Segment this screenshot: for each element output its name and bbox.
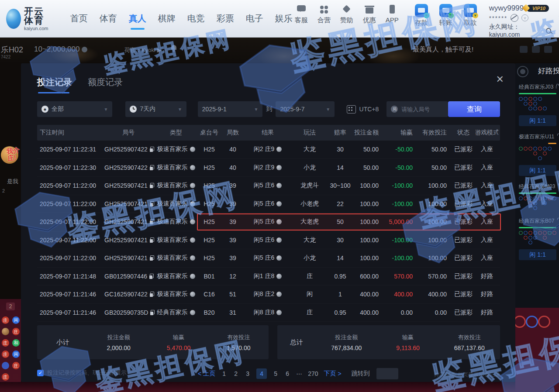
- seat-badge: 庄: [2, 339, 9, 347]
- total-amount-label: 投注金额: [316, 334, 377, 341]
- next-arrow[interactable]: >: [338, 370, 342, 377]
- table-row[interactable]: 2025-09-07 11:22:00GH2525907421极速百家乐H253…: [37, 177, 500, 195]
- menu-item-棋牌[interactable]: 棋牌: [158, 13, 176, 24]
- copy-icon[interactable]: [150, 201, 154, 206]
- range-dropdown[interactable]: 7天内▼: [125, 101, 186, 117]
- table-row[interactable]: 2025-09-07 11:22:00GH2525907421极速百家乐H253…: [37, 213, 500, 231]
- table-row[interactable]: 2025-09-07 11:22:30GH2525907422极速百家乐H254…: [37, 159, 500, 177]
- permanent-domain: 永久网址：kaiyun.com: [489, 23, 545, 38]
- column-header: 输赢: [383, 129, 417, 137]
- column-header: 投注金额: [352, 129, 383, 137]
- quick-link-优惠[interactable]: 优惠: [361, 4, 378, 24]
- road-card[interactable]: 经典百家乐J03闲 1:1: [519, 83, 556, 126]
- quick-link-客服[interactable]: 客服: [293, 4, 310, 24]
- quick-link-赞助[interactable]: 赞助: [338, 4, 355, 24]
- query-button[interactable]: 查询: [448, 101, 500, 117]
- copy-icon[interactable]: [150, 292, 154, 297]
- menu-item-电竞[interactable]: 电竞: [187, 13, 205, 24]
- info-dot-icon: [276, 165, 282, 170]
- last-page-button[interactable]: 270: [308, 370, 318, 377]
- seat-badge: 庄: [12, 362, 20, 369]
- menu-item-真人[interactable]: 真人: [129, 13, 146, 24]
- page-button-3[interactable]: 3: [245, 370, 251, 377]
- wallet-link-取款[interactable]: ¥取款: [461, 4, 480, 27]
- table-row[interactable]: 2025-09-07 11:21:46GC1625907422极速百家乐C165…: [37, 285, 500, 304]
- menu-item-电子[interactable]: 电子: [246, 13, 263, 24]
- copy-icon[interactable]: [150, 219, 154, 224]
- page-numbers: 123456: [221, 368, 290, 379]
- prev-arrow[interactable]: <: [198, 370, 201, 377]
- road-card[interactable]: 经典百家乐B07闲 1:1: [519, 217, 556, 260]
- copy-icon[interactable]: [150, 183, 154, 188]
- round-icon: 局: [391, 106, 398, 113]
- info-dot-icon: [190, 219, 195, 224]
- table-row[interactable]: 2025-09-07 11:22:31GH2525907422极速百家乐H254…: [37, 141, 500, 159]
- tab-额度记录[interactable]: 额度记录: [88, 76, 123, 88]
- page-button-1[interactable]: 1: [221, 370, 227, 377]
- table-row[interactable]: 2025-09-07 11:21:48GB0125907446极速百家乐B011…: [37, 268, 500, 286]
- info-dot-icon: [276, 274, 282, 279]
- date-to-dropdown[interactable]: 2025-9-7▼: [276, 101, 335, 117]
- search-icon[interactable]: [546, 28, 551, 34]
- copy-icon[interactable]: [150, 255, 154, 261]
- copy-icon[interactable]: [149, 274, 154, 279]
- bet-button[interactable]: 闲 1:1: [519, 165, 556, 176]
- total-label: 总计: [277, 338, 316, 347]
- info-dot-icon: [190, 255, 195, 261]
- page-button-5[interactable]: 5: [273, 370, 279, 377]
- road-card[interactable]: 经典百家乐M03: [519, 183, 556, 210]
- display-mode-checkbox[interactable]: ✓: [37, 370, 44, 376]
- tab-投注记录[interactable]: 投注记录: [37, 76, 72, 88]
- wallet-links: +存款⇄转账¥取款: [412, 4, 480, 27]
- quick-link-APP[interactable]: APP: [383, 4, 401, 24]
- bell-icon[interactable]: [171, 45, 176, 50]
- page-button-6[interactable]: 6: [284, 370, 290, 377]
- info-dot-icon: [190, 310, 195, 315]
- bet-table-rows: 2025-09-07 11:22:31GH2525907422极速百家乐H254…: [37, 141, 500, 322]
- eye-off-icon[interactable]: [511, 14, 518, 22]
- info-dot-icon: [190, 201, 195, 206]
- prev-page-button[interactable]: 上页: [203, 370, 215, 378]
- menu-item-娱乐[interactable]: 娱乐: [275, 13, 293, 24]
- back-icon[interactable]: [517, 66, 528, 77]
- bet-button[interactable]: 闲 1:1: [519, 115, 556, 126]
- copy-icon[interactable]: [150, 147, 154, 152]
- close-icon[interactable]: ✕: [496, 74, 504, 85]
- table-row[interactable]: 2025-09-07 11:22:00GH2525907421极速百家乐H253…: [37, 231, 500, 250]
- menu-item-体育[interactable]: 体育: [100, 13, 117, 24]
- column-header: 游戏模式: [476, 129, 498, 137]
- seat-badge: [2, 362, 9, 369]
- bet-spot-ring[interactable]: [526, 316, 538, 328]
- table-row[interactable]: 2025-09-07 11:21:46GB202590735D经典百家乐B203…: [37, 304, 500, 322]
- road-card[interactable]: 极速百家乐U11闲 1:1: [519, 133, 556, 176]
- table-row[interactable]: 2025-09-07 11:22:00GH2525907421极速百家乐H253…: [37, 195, 500, 213]
- jump-page-input[interactable]: [376, 368, 398, 379]
- menu-item-首页[interactable]: 首页: [70, 13, 88, 24]
- username: wywy9999: [489, 4, 524, 13]
- page-button-2[interactable]: 2: [233, 370, 239, 377]
- gift-icon: [364, 4, 375, 14]
- copy-icon[interactable]: [150, 310, 155, 315]
- copy-icon[interactable]: [150, 165, 154, 170]
- subtotal-win: 5,470.00: [148, 344, 208, 351]
- limit-chevron-icon: [82, 47, 87, 52]
- page-button-4[interactable]: 4: [256, 368, 267, 379]
- clock-icon: [130, 106, 137, 113]
- wallet-link-转账[interactable]: ⇄转账: [436, 4, 455, 27]
- quick-link-合营[interactable]: 合营: [315, 4, 333, 24]
- bet-spot-ring[interactable]: [538, 316, 550, 328]
- column-header: 局号: [102, 129, 155, 137]
- bet-spots: [515, 308, 559, 392]
- seat-badge: 庄: [12, 328, 20, 335]
- bet-button[interactable]: 闲 1:1: [519, 249, 556, 260]
- copy-icon[interactable]: [150, 237, 154, 243]
- wallet-link-存款[interactable]: +存款: [412, 4, 431, 27]
- round-search-input[interactable]: [400, 106, 444, 113]
- date-from-dropdown[interactable]: 2025-9-1▼: [198, 101, 263, 117]
- menu-item-彩票[interactable]: 彩票: [217, 13, 234, 24]
- info-dot-icon: [276, 310, 282, 315]
- next-page-button[interactable]: 下页: [324, 370, 336, 378]
- category-dropdown[interactable]: ♠ 全部▼: [37, 101, 112, 117]
- site-logo[interactable]: 开云体育 kaiyun.com: [6, 7, 54, 31]
- table-row[interactable]: 2025-09-07 11:22:00GH2525907421极速百家乐H253…: [37, 249, 500, 268]
